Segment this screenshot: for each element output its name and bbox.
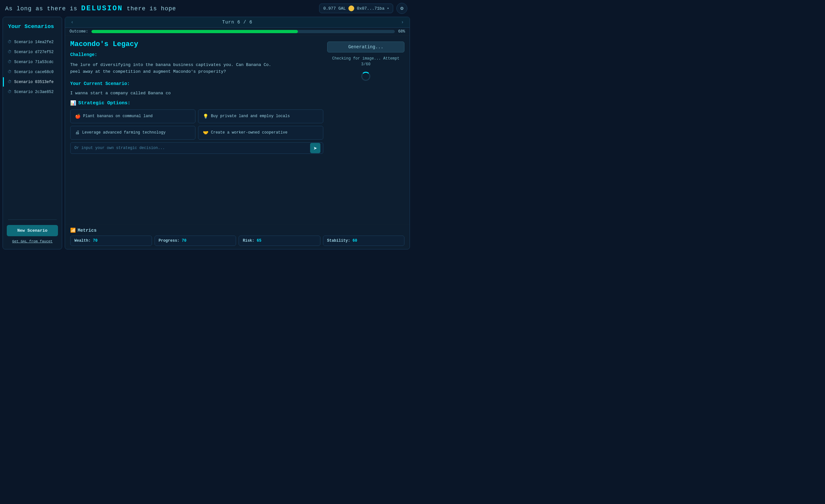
metric-value-1: 70 xyxy=(182,239,186,243)
outcome-bar-fill xyxy=(91,30,298,33)
clock-icon: ⏱ xyxy=(8,50,12,55)
gear-icon: ⚙ xyxy=(400,5,403,12)
wallet-address: 0x07...71ba xyxy=(357,6,384,11)
turn-label: Turn 6 / 6 xyxy=(78,20,396,25)
custom-input-row: ➤ xyxy=(70,142,323,154)
option-label-3: Create a worker-owned cooperative xyxy=(211,130,288,135)
outcome-bar-row: Outcome: 68% xyxy=(65,28,409,36)
scenario-label: Scenario 2c3ae852 xyxy=(14,90,54,94)
clock-icon: ⏱ xyxy=(8,80,12,84)
header-tagline: As long as there is DELUSION there is ho… xyxy=(5,4,176,13)
option-button-3[interactable]: 🤝 Create a worker-owned cooperative xyxy=(198,126,323,140)
metrics-section: 📶 Metrics Wealth: 70Progress: 70Risk: 65… xyxy=(65,225,409,249)
metrics-grid: Wealth: 70Progress: 70Risk: 65Stability:… xyxy=(70,236,404,246)
metric-label-3: Stability: xyxy=(327,239,353,243)
scenario-label: Scenario 14ea2fe2 xyxy=(14,40,54,45)
sidebar-item-scenario-2c3ae852[interactable]: ⏱ Scenario 2c3ae852 xyxy=(3,87,62,97)
scenario-label: Scenario 71a53cdc xyxy=(14,60,54,64)
generating-sub: Checking for image... Attempt 3/60 xyxy=(327,56,404,67)
option-icon-1: 💡 xyxy=(203,113,208,119)
metrics-bar-icon: 📶 xyxy=(70,228,76,233)
metric-value-3: 60 xyxy=(353,239,357,243)
sidebar-item-scenario-cace68c0[interactable]: ⏱ Scenario cace68c0 xyxy=(3,67,62,77)
metric-card-3: Stability: 60 xyxy=(323,236,405,246)
option-label-0: Plant bananas on communal land xyxy=(83,114,153,118)
challenge-text: The lure of diversifying into the banana… xyxy=(70,62,276,75)
scenario-title: Macondo's Legacy xyxy=(70,40,323,48)
send-button[interactable]: ➤ xyxy=(310,143,320,153)
metric-card-0: Wealth: 70 xyxy=(70,236,152,246)
scroll-content: Macondo's Legacy Challenge: The lure of … xyxy=(65,36,409,225)
content-area: ‹ Turn 6 / 6 › Outcome: 68% Macondo's Le… xyxy=(65,17,410,249)
metrics-title: 📶 Metrics xyxy=(70,228,404,233)
coin-icon xyxy=(349,5,354,11)
option-label-2: Leverage advanced farming technology xyxy=(82,130,165,135)
main-column: Macondo's Legacy Challenge: The lure of … xyxy=(70,40,323,222)
header: As long as there is DELUSION there is ho… xyxy=(0,0,412,17)
scenario-label: Scenario d727ef52 xyxy=(14,50,54,55)
send-icon: ➤ xyxy=(313,146,317,151)
clock-icon: ⏱ xyxy=(8,89,12,94)
strategic-section: 📊 Strategic Options: 🍎 Plant bananas on … xyxy=(70,100,323,154)
sidebar-item-scenario-71a53cdc[interactable]: ⏱ Scenario 71a53cdc xyxy=(3,57,62,67)
clock-icon: ⏱ xyxy=(8,39,12,45)
tagline-pre: As long as there is xyxy=(5,5,77,12)
outcome-label: Outcome: xyxy=(70,29,88,34)
scenario-list: ⏱ Scenario 14ea2fe2⏱ Scenario d727ef52⏱ … xyxy=(3,35,62,217)
scenario-label: Scenario 03513efe xyxy=(14,80,54,84)
sidebar-item-scenario-14ea2fe2[interactable]: ⏱ Scenario 14ea2fe2 xyxy=(3,37,62,47)
faucet-link[interactable]: Get GAL from faucet xyxy=(3,238,62,245)
metric-label-2: Risk: xyxy=(243,239,257,243)
outcome-bar-bg xyxy=(91,30,395,33)
option-icon-2: 🖨 xyxy=(75,130,80,135)
metric-value-0: 70 xyxy=(93,239,97,243)
option-button-2[interactable]: 🖨 Leverage advanced farming technology xyxy=(70,126,196,140)
custom-strategy-input[interactable] xyxy=(73,143,308,154)
wallet-amount: 0.977 GAL xyxy=(323,6,346,11)
scenario-label: Scenario cace68c0 xyxy=(14,70,54,74)
option-button-1[interactable]: 💡 Buy private land and employ locals xyxy=(198,109,323,123)
outcome-percent: 68% xyxy=(398,29,405,34)
challenge-label: Challenge: xyxy=(70,52,323,57)
metric-card-2: Risk: 65 xyxy=(239,236,320,246)
bar-chart-icon: 📊 xyxy=(70,100,76,106)
clock-icon: ⏱ xyxy=(8,70,12,74)
sidebar-item-scenario-d727ef52[interactable]: ⏱ Scenario d727ef52 xyxy=(3,47,62,57)
header-right: 0.977 GAL 0x07...71ba ▾ ⚙ xyxy=(319,3,407,14)
tagline-post: there is hope xyxy=(127,5,176,12)
generating-panel: Generating... Checking for image... Atte… xyxy=(327,40,404,222)
next-turn-button[interactable]: › xyxy=(399,19,406,25)
sidebar: Your Scenarios ⏱ Scenario 14ea2fe2⏱ Scen… xyxy=(3,17,62,249)
brand-name: DELUSION xyxy=(81,4,123,13)
turn-nav: ‹ Turn 6 / 6 › xyxy=(65,17,409,28)
sidebar-item-scenario-03513efe[interactable]: ⏱ Scenario 03513efe xyxy=(3,77,62,87)
sidebar-divider xyxy=(8,220,57,220)
generating-button: Generating... xyxy=(327,41,404,53)
options-grid: 🍎 Plant bananas on communal land💡 Buy pr… xyxy=(70,109,323,140)
wallet-info[interactable]: 0.977 GAL 0x07...71ba ▾ xyxy=(319,4,393,13)
metric-label-0: Wealth: xyxy=(74,239,93,243)
current-scenario-text: I wanna start a company called Banana co xyxy=(70,91,323,96)
metric-label-1: Progress: xyxy=(159,239,182,243)
new-scenario-button[interactable]: New Scenario xyxy=(7,225,58,236)
strategic-options-title: 📊 Strategic Options: xyxy=(70,100,323,106)
option-icon-3: 🤝 xyxy=(203,130,208,136)
option-label-1: Buy private land and employ locals xyxy=(211,114,290,118)
settings-button[interactable]: ⚙ xyxy=(396,3,407,14)
main-layout: Your Scenarios ⏱ Scenario 14ea2fe2⏱ Scen… xyxy=(0,17,412,252)
chevron-down-icon: ▾ xyxy=(387,6,389,10)
option-button-0[interactable]: 🍎 Plant bananas on communal land xyxy=(70,109,196,123)
clock-icon: ⏱ xyxy=(8,60,12,64)
loading-spinner xyxy=(361,72,370,81)
sidebar-title: Your Scenarios xyxy=(3,21,62,35)
option-icon-0: 🍎 xyxy=(75,113,80,119)
metric-value-2: 65 xyxy=(257,239,261,243)
current-scenario-label: Your Current Scenario: xyxy=(70,81,323,86)
prev-turn-button[interactable]: ‹ xyxy=(69,19,75,25)
metric-card-1: Progress: 70 xyxy=(155,236,236,246)
